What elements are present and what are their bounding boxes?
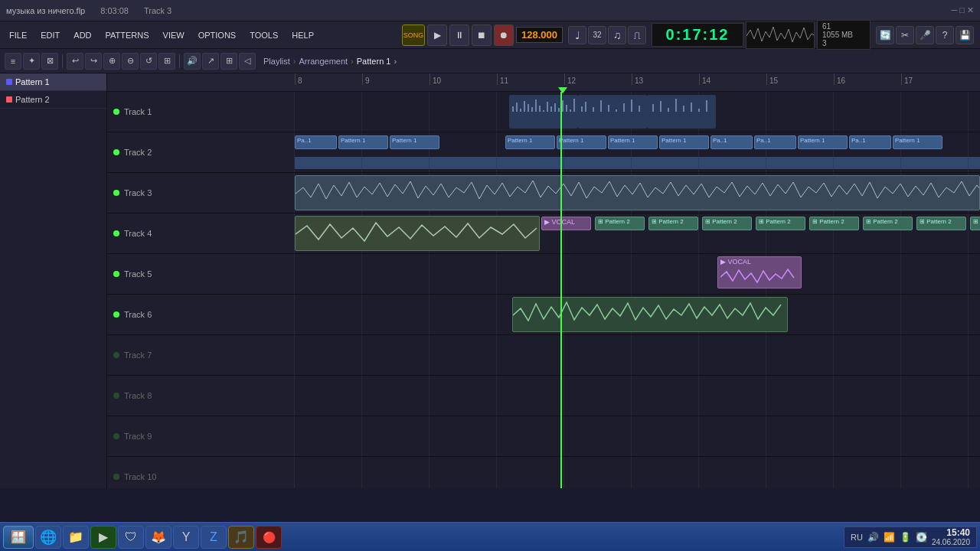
breadcrumb-part2[interactable]: Arrangement bbox=[299, 57, 348, 66]
tool-undo[interactable]: ↩ bbox=[67, 53, 83, 70]
block-t2-a8[interactable]: Pa..1 bbox=[710, 135, 753, 149]
menu-item-options[interactable]: OPTIONS bbox=[192, 28, 243, 43]
arrangement[interactable]: 891011121314151617 Track 1 bbox=[107, 73, 980, 488]
mode-btn4[interactable]: ⎍ bbox=[628, 26, 646, 44]
breadcrumb-part1[interactable]: Playlist bbox=[263, 57, 290, 66]
mode-btn3[interactable]: ♫ bbox=[608, 26, 626, 44]
tray-icon-bat[interactable]: 🔋 bbox=[900, 532, 911, 543]
bpm-display[interactable]: 128.000 bbox=[516, 27, 563, 43]
block-t4-p2-2[interactable]: ⊞ Pattern 2 bbox=[648, 217, 698, 230]
block-t2-a1[interactable]: Pa..1 bbox=[295, 135, 337, 149]
tool-arrow[interactable]: ↗ bbox=[202, 53, 219, 70]
block-t4-p2-3[interactable]: ⊞ Pattern 2 bbox=[702, 217, 752, 230]
block-t2-a2[interactable]: Pattern 1 bbox=[338, 135, 388, 149]
pattern-item-2[interactable]: Pattern 2 bbox=[0, 91, 106, 109]
block-t5-vocal[interactable]: ▶ VOCAL bbox=[717, 256, 802, 289]
menu-item-help[interactable]: HELP bbox=[286, 28, 320, 43]
t4-early[interactable] bbox=[295, 216, 540, 251]
pause-btn[interactable]: ⏸ bbox=[449, 24, 469, 46]
block-t2-a10[interactable]: Pattern 1 bbox=[798, 135, 848, 149]
t6-audio[interactable] bbox=[512, 297, 788, 332]
tray-icon-disk[interactable]: 💽 bbox=[916, 532, 927, 543]
taskbar-antivirus1[interactable]: 🛡 bbox=[118, 526, 144, 549]
tool-erase[interactable]: ⊠ bbox=[41, 53, 58, 70]
block-t1-2[interactable] bbox=[578, 95, 647, 129]
track-content-7[interactable] bbox=[295, 335, 980, 375]
track-content-8[interactable] bbox=[295, 376, 980, 416]
block-t2-a5[interactable]: Pattern 1 bbox=[557, 135, 606, 149]
block-t2-a6[interactable]: Pattern 1 bbox=[608, 135, 658, 149]
breadcrumb-expand[interactable]: › bbox=[394, 57, 397, 66]
tempo-btn[interactable]: SONG bbox=[402, 24, 425, 46]
stop-btn[interactable]: ⏹ bbox=[472, 24, 492, 46]
taskbar-antivirus2[interactable]: 🔴 bbox=[256, 526, 282, 549]
block-t4-p2-1[interactable]: ⊞ Pattern 2 bbox=[595, 217, 645, 230]
breadcrumb-part3[interactable]: Pattern 1 bbox=[357, 57, 391, 66]
track-name-6: Track 6 bbox=[124, 310, 152, 319]
tool-nav[interactable]: ◁ bbox=[239, 53, 256, 70]
block-t1-3[interactable] bbox=[647, 95, 716, 129]
tool-zoom-out[interactable]: ⊖ bbox=[122, 53, 139, 70]
menu-item-edit[interactable]: EDIT bbox=[34, 28, 66, 43]
block-t2-a3[interactable]: Pattern 1 bbox=[390, 135, 439, 149]
plugin-btn[interactable]: ✂ bbox=[896, 26, 914, 44]
tool-zoom-in[interactable]: ⊕ bbox=[103, 53, 120, 70]
track-content-4[interactable]: ▶ VOCAL ⊞ Pattern 2 ⊞ Pattern 2 ⊞ Patter… bbox=[295, 214, 980, 253]
tray-icon-vol[interactable]: 🔊 bbox=[867, 532, 879, 543]
block-t2-a12[interactable]: Pattern 1 bbox=[893, 135, 942, 149]
play-btn[interactable]: ▶ bbox=[427, 24, 447, 46]
taskbar-ie[interactable]: 🌐 bbox=[35, 526, 61, 549]
tool-select[interactable]: ≡ bbox=[5, 53, 21, 70]
track-content-6[interactable] bbox=[295, 295, 980, 334]
block-t4-p2-6[interactable]: ⊞ Pattern 2 bbox=[863, 217, 913, 230]
block-t2-a7[interactable]: Pattern 1 bbox=[659, 135, 709, 149]
mode-btn2[interactable]: 32 bbox=[588, 26, 606, 44]
tool-redo[interactable]: ↪ bbox=[85, 53, 102, 70]
tray-icon-net[interactable]: 📶 bbox=[884, 532, 895, 543]
menu-item-tools[interactable]: TOOLS bbox=[243, 28, 284, 43]
block-t2-a9[interactable]: Pa..1 bbox=[754, 135, 796, 149]
tool-snap[interactable]: ⊞ bbox=[158, 53, 175, 70]
pattern-item-1[interactable]: Pattern 1 bbox=[0, 73, 106, 91]
save-btn[interactable]: 💾 bbox=[956, 26, 974, 44]
record-btn[interactable]: ⏺ bbox=[494, 24, 514, 46]
menu-item-patterns[interactable]: PATTERNS bbox=[100, 28, 155, 43]
start-button[interactable]: 🪟 bbox=[3, 526, 34, 549]
taskbar-media[interactable]: ▶ bbox=[90, 526, 116, 549]
help-icon-btn[interactable]: ? bbox=[936, 26, 954, 44]
taskbar-explorer[interactable]: 📁 bbox=[63, 526, 89, 549]
tool-volume[interactable]: 🔊 bbox=[184, 53, 201, 70]
block-t4-p2-8[interactable]: ⊞ Pattern 2 bbox=[970, 217, 980, 230]
tool-loop[interactable]: ↺ bbox=[140, 53, 157, 70]
mode-btn1[interactable]: ♩ bbox=[568, 26, 586, 44]
track-row-10: Track 10 bbox=[107, 457, 980, 488]
midi-btn[interactable]: 🎤 bbox=[916, 26, 934, 44]
taskbar-fl[interactable]: 🎵 bbox=[228, 526, 254, 549]
menu-item-add[interactable]: ADD bbox=[67, 28, 97, 43]
block-t4-p2-7[interactable]: ⊞ Pattern 2 bbox=[916, 217, 966, 230]
block-t4-p2-5[interactable]: ⊞ Pattern 2 bbox=[809, 217, 859, 230]
t3-waveform[interactable] bbox=[295, 175, 980, 210]
mixer-btn[interactable]: 🔄 bbox=[876, 26, 894, 44]
block-t4-vocal[interactable]: ▶ VOCAL bbox=[541, 217, 591, 230]
track-content-3[interactable] bbox=[295, 173, 980, 213]
block-t4-p2-4[interactable]: ⊞ Pattern 2 bbox=[756, 217, 805, 230]
track-content-1[interactable] bbox=[295, 92, 980, 132]
track-content-9[interactable] bbox=[295, 416, 980, 456]
track-content-5[interactable]: ▶ VOCAL bbox=[295, 254, 980, 294]
block-t2-a11[interactable]: Pa..1 bbox=[849, 135, 891, 149]
cpu-display: 61 1055 MB 3 bbox=[817, 20, 871, 50]
block-t2-a4[interactable]: Pattern 1 bbox=[505, 135, 555, 149]
block-t1-1[interactable] bbox=[509, 95, 578, 129]
taskbar-downloader[interactable]: Z bbox=[201, 526, 227, 549]
title-controls: ─ □ ✕ bbox=[951, 5, 974, 15]
tool-draw[interactable]: ✦ bbox=[23, 53, 40, 70]
menu-item-file[interactable]: FILE bbox=[3, 28, 33, 43]
track-content-2[interactable]: Pa..1 Pattern 1 Pattern 1 Pattern 1 Patt… bbox=[295, 132, 980, 172]
taskbar-yandex[interactable]: Y bbox=[173, 526, 199, 549]
taskbar: 🪟 🌐 📁 ▶ 🛡 🦊 Y Z 🎵 🔴 RU 🔊 📶 🔋 💽 15:40 24.… bbox=[0, 522, 980, 551]
tool-grid[interactable]: ⊞ bbox=[220, 53, 237, 70]
taskbar-firefox[interactable]: 🦊 bbox=[145, 526, 172, 549]
track-content-10[interactable] bbox=[295, 457, 980, 488]
menu-item-view[interactable]: VIEW bbox=[157, 28, 191, 43]
